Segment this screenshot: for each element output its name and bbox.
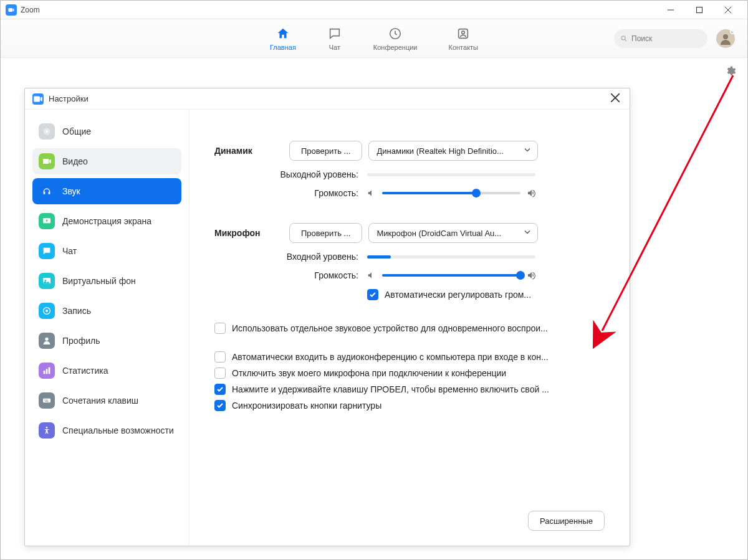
option-row: Использовать отдельное звуковое устройст… xyxy=(214,323,605,334)
clock-icon xyxy=(388,26,403,41)
option-label: Использовать отдельное звуковое устройст… xyxy=(232,323,548,333)
svg-point-12 xyxy=(45,338,48,341)
svg-point-9 xyxy=(45,280,47,282)
mic-device-select[interactable]: Микрофон (DroidCam Virtual Au... xyxy=(368,223,538,243)
sidebar-item-share[interactable]: Демонстрация экрана xyxy=(32,208,181,234)
settings-window: Настройки ОбщиеВидеоЗвукДемонстрация экр… xyxy=(24,88,630,546)
search-input[interactable] xyxy=(631,34,701,43)
speaker-volume-slider[interactable] xyxy=(367,188,537,198)
nav-label: Контакты xyxy=(449,44,479,51)
stats-icon xyxy=(39,363,55,379)
keyboard-icon xyxy=(39,392,55,409)
mic-volume-label: Громкость: xyxy=(214,270,367,280)
mic-volume-slider[interactable] xyxy=(367,270,537,280)
nav-label: Конференции xyxy=(373,44,418,51)
sidebar-item-profile[interactable]: Профиль xyxy=(32,328,181,354)
chevron-down-icon xyxy=(524,229,531,238)
chat2-icon xyxy=(39,243,55,259)
profile-icon xyxy=(39,333,55,349)
nav-clock[interactable]: Конференции xyxy=(373,26,418,51)
svg-rect-0 xyxy=(697,7,702,12)
nav-label: Главная xyxy=(270,44,296,51)
mic-test-button[interactable]: Проверить ... xyxy=(289,223,362,243)
sidebar-item-label: Запись xyxy=(62,306,91,316)
settings-title: Настройки xyxy=(49,94,89,103)
maximize-button[interactable] xyxy=(685,1,714,19)
sidebar-item-label: Общие xyxy=(62,126,91,136)
avatar[interactable] xyxy=(716,29,735,48)
sidebar-item-label: Видео xyxy=(62,156,88,166)
search-box[interactable] xyxy=(614,29,707,48)
sidebar-item-label: Звук xyxy=(62,186,80,196)
advanced-button[interactable]: Расширенные xyxy=(528,511,605,531)
sidebar-item-label: Чат xyxy=(62,246,77,256)
speaker-volume-label: Громкость: xyxy=(214,188,367,198)
titlebar: Zoom xyxy=(1,1,747,19)
volume-low-icon xyxy=(367,271,376,280)
close-button[interactable] xyxy=(714,1,742,19)
sidebar-item-chat2[interactable]: Чат xyxy=(32,238,181,264)
sidebar-item-stats[interactable]: Статистика xyxy=(32,358,181,384)
mic-auto-adjust-label: Автоматически регулировать гром... xyxy=(385,290,531,300)
home-icon xyxy=(276,26,290,41)
record-icon xyxy=(39,303,55,319)
option-label: Синхронизировать кнопки гарнитуры xyxy=(232,401,381,411)
volume-low-icon xyxy=(367,189,376,197)
option-checkbox[interactable] xyxy=(214,384,226,395)
svg-point-21 xyxy=(46,427,48,429)
svg-rect-16 xyxy=(43,399,50,403)
chat-icon xyxy=(327,26,342,41)
nav-home[interactable]: Главная xyxy=(270,26,296,51)
chevron-down-icon xyxy=(524,146,531,156)
video-icon xyxy=(39,153,55,169)
settings-sidebar: ОбщиеВидеоЗвукДемонстрация экранаЧатВирт… xyxy=(25,110,189,546)
speaker-test-button[interactable]: Проверить ... xyxy=(289,141,362,161)
svg-rect-18 xyxy=(46,400,46,401)
sidebar-item-keyboard[interactable]: Сочетания клавиш xyxy=(32,387,181,414)
window-controls xyxy=(656,1,742,19)
svg-point-5 xyxy=(723,34,728,39)
sidebar-item-video[interactable]: Видео xyxy=(32,148,181,174)
sidebar-item-record[interactable]: Запись xyxy=(32,298,181,324)
presence-dot-icon xyxy=(730,29,735,34)
topbar: ГлавнаяЧатКонференцииКонтакты xyxy=(1,19,747,58)
settings-content: Динамик Проверить ... Динамики (Realtek … xyxy=(189,110,630,546)
mic-auto-adjust-checkbox[interactable] xyxy=(367,289,378,300)
option-checkbox[interactable] xyxy=(214,323,226,334)
sidebar-item-label: Профиль xyxy=(62,336,100,346)
svg-rect-13 xyxy=(44,371,46,374)
option-label: Отключить звук моего микрофона при подкл… xyxy=(232,368,506,378)
sidebar-item-gear[interactable]: Общие xyxy=(32,118,181,145)
sidebar-item-vbg[interactable]: Виртуальный фон xyxy=(32,268,181,294)
settings-close-button[interactable] xyxy=(608,91,622,107)
minimize-button[interactable] xyxy=(656,1,685,19)
option-checkbox[interactable] xyxy=(214,351,226,363)
search-icon xyxy=(620,34,628,43)
svg-point-3 xyxy=(462,31,465,34)
mic-device-value: Микрофон (DroidCam Virtual Au... xyxy=(376,229,501,238)
mic-label: Микрофон xyxy=(214,228,289,238)
option-checkbox[interactable] xyxy=(214,368,226,379)
speaker-device-select[interactable]: Динамики (Realtek High Definitio... xyxy=(368,141,538,161)
access-icon xyxy=(39,422,55,439)
nav-contact[interactable]: Контакты xyxy=(449,26,479,51)
option-checkbox[interactable] xyxy=(214,400,226,411)
speaker-output-level xyxy=(367,173,535,176)
sidebar-item-access[interactable]: Специальные возможности xyxy=(32,417,181,444)
speaker-device-value: Динамики (Realtek High Definitio... xyxy=(376,146,503,156)
nav-chat[interactable]: Чат xyxy=(327,26,342,51)
option-row: Нажмите и удерживайте клавишу ПРОБЕЛ, чт… xyxy=(214,384,605,395)
speaker-output-level-label: Выходной уровень: xyxy=(214,169,367,179)
sidebar-item-headphones[interactable]: Звук xyxy=(32,178,181,204)
svg-point-11 xyxy=(46,310,48,312)
speaker-label: Динамик xyxy=(214,146,289,156)
nav-label: Чат xyxy=(329,44,340,51)
sidebar-item-label: Специальные возможности xyxy=(62,425,174,435)
mic-input-level-label: Входной уровень: xyxy=(214,252,367,262)
sidebar-item-label: Виртуальный фон xyxy=(62,276,136,286)
settings-header: Настройки xyxy=(25,88,630,110)
settings-gear-button[interactable] xyxy=(725,65,736,79)
volume-high-icon xyxy=(527,270,537,280)
mic-input-level xyxy=(367,255,535,259)
headphones-icon xyxy=(39,183,55,199)
